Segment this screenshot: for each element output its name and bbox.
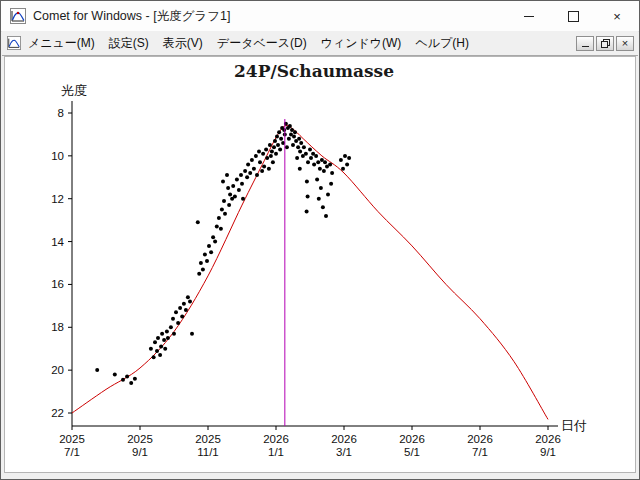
observation-point: [257, 150, 261, 154]
menu-item-help[interactable]: ヘルプ(H): [408, 32, 476, 55]
observation-point: [152, 355, 156, 359]
observation-point: [213, 240, 217, 244]
x-tick-year: 2026: [263, 433, 289, 445]
title-bar: Comet for Windows - [光度グラフ1] ×: [1, 1, 639, 32]
observation-point: [323, 160, 327, 164]
observation-point: [341, 167, 345, 171]
observation-point: [319, 186, 323, 190]
observation-point: [227, 203, 231, 207]
observation-point: [226, 186, 230, 190]
minimize-button[interactable]: [507, 1, 551, 31]
observation-point: [273, 139, 277, 143]
observation-point: [292, 135, 296, 139]
y-tick-label: 8: [58, 107, 64, 119]
menu-item-menu[interactable]: メニュー(M): [21, 32, 102, 55]
model-curve-layer: [72, 125, 548, 419]
light-curve-chart: 24P/Schaumasse 光度 日付 8101214161820222025…: [5, 57, 637, 474]
observation-point: [318, 167, 322, 171]
observation-point: [245, 175, 249, 179]
observation-point: [339, 158, 343, 162]
observation-point: [295, 156, 299, 160]
mdi-minimize-icon: [582, 46, 589, 47]
y-tick-label: 12: [51, 193, 64, 205]
observation-point: [163, 347, 167, 351]
maximize-button[interactable]: [551, 1, 595, 31]
observation-point: [343, 154, 347, 158]
observation-point: [267, 167, 271, 171]
observation-point: [298, 167, 302, 171]
menu-item-window[interactable]: ウィンドウ(W): [314, 32, 409, 55]
y-tick-label: 20: [51, 364, 64, 376]
observation-point: [297, 137, 301, 141]
close-button[interactable]: ×: [595, 1, 639, 31]
observation-point: [306, 160, 310, 164]
observation-point: [95, 368, 99, 372]
observation-point: [133, 377, 137, 381]
observation-point: [172, 332, 176, 336]
observation-point: [274, 152, 278, 156]
mdi-child-icon[interactable]: [7, 36, 21, 50]
x-tick-date: 7/1: [64, 446, 80, 458]
observation-point: [296, 145, 300, 149]
x-axis-label: 日付: [561, 418, 587, 433]
menu-item-view[interactable]: 表示(V): [156, 32, 210, 55]
x-tick-year: 2025: [127, 433, 153, 445]
observation-point: [264, 147, 268, 151]
observation-point: [322, 169, 326, 173]
mdi-window-controls: ×: [576, 36, 634, 51]
x-tick-date: 7/1: [472, 446, 488, 458]
observation-point: [113, 372, 117, 376]
observation-point: [199, 261, 203, 265]
observation-point: [209, 250, 213, 254]
mdi-restore-button[interactable]: [596, 36, 614, 51]
menu-item-database[interactable]: データベース(D): [210, 32, 314, 55]
observation-point: [246, 162, 250, 166]
mdi-minimize-button[interactable]: [576, 36, 594, 51]
x-tick-year: 2026: [535, 433, 561, 445]
observation-point: [252, 167, 256, 171]
menu-item-settings[interactable]: 設定(S): [102, 32, 156, 55]
observation-point: [228, 192, 232, 196]
observation-point: [329, 182, 333, 186]
y-tick-label: 10: [51, 150, 64, 162]
observation-point: [270, 150, 274, 154]
observation-point: [153, 340, 157, 344]
observation-point: [243, 169, 247, 173]
observation-point: [314, 154, 318, 158]
observation-point: [275, 135, 279, 139]
observation-point: [312, 162, 316, 166]
y-tick-label: 18: [51, 321, 64, 333]
observation-point: [260, 169, 264, 173]
observation-point: [241, 197, 245, 201]
observation-point: [149, 347, 153, 351]
observation-point: [287, 137, 291, 141]
observation-point: [225, 173, 229, 177]
observation-point: [254, 154, 258, 158]
close-icon: ×: [613, 10, 621, 23]
observation-point: [205, 259, 209, 263]
observations-layer: [95, 122, 351, 385]
window-title: Comet for Windows - [光度グラフ1]: [33, 8, 230, 25]
observation-point: [237, 188, 241, 192]
observation-point: [129, 381, 133, 385]
observation-point: [158, 353, 162, 357]
minimize-icon: [524, 16, 534, 17]
observation-point: [316, 160, 320, 164]
observation-point: [306, 195, 310, 199]
observation-point: [250, 158, 254, 162]
y-tick-label: 22: [51, 407, 64, 419]
observation-point: [190, 332, 194, 336]
observation-point: [255, 173, 259, 177]
observation-point: [165, 330, 169, 334]
x-tick-year: 2026: [399, 433, 425, 445]
observation-point: [240, 182, 244, 186]
observation-point: [302, 145, 306, 149]
observation-point: [201, 267, 205, 271]
observation-point: [345, 162, 349, 166]
observation-point: [347, 156, 351, 160]
mdi-close-button[interactable]: ×: [616, 36, 634, 51]
observation-point: [305, 180, 309, 184]
observation-point: [174, 310, 178, 314]
observation-point: [235, 177, 239, 181]
x-tick-year: 2026: [467, 433, 493, 445]
